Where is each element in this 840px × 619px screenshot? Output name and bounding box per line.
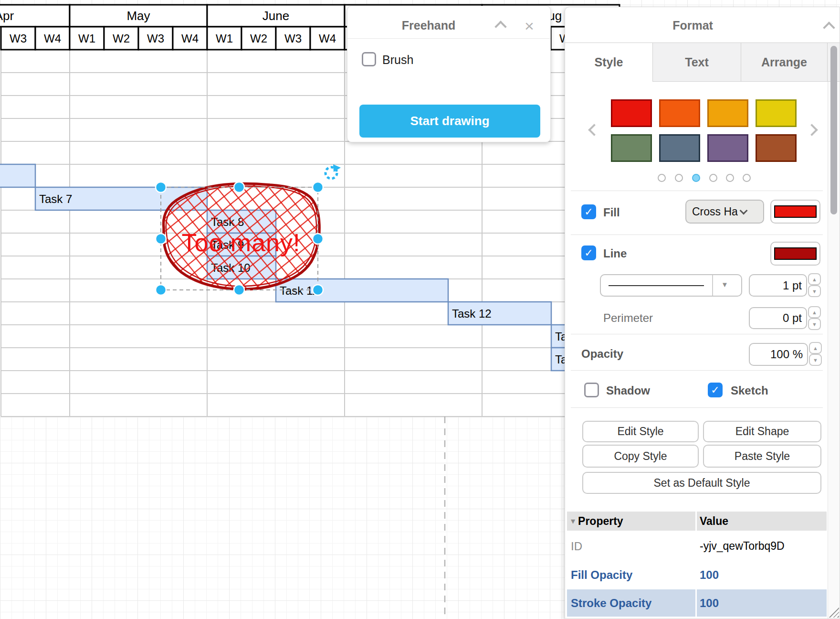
- fill-color-button[interactable]: [770, 200, 820, 224]
- property-value-cell[interactable]: 100: [697, 562, 827, 588]
- dialog-divider: [347, 38, 550, 39]
- brush-checkbox[interactable]: [362, 52, 376, 66]
- style-swatch[interactable]: [756, 99, 797, 127]
- format-tab-bar: Style Text Arrange: [565, 43, 840, 82]
- section-divider: [571, 407, 823, 408]
- spin-down-icon[interactable]: ▼: [809, 354, 822, 366]
- line-style-dropdown[interactable]: ▼: [600, 274, 742, 297]
- palette-page-dot[interactable]: [675, 174, 683, 182]
- week-label: W1: [78, 32, 95, 45]
- line-style-preview: [609, 285, 704, 286]
- resize-handle-e[interactable]: [313, 234, 323, 244]
- resize-handle-n[interactable]: [234, 182, 244, 192]
- week-label: W3: [10, 32, 27, 45]
- brush-label: Brush: [382, 53, 413, 67]
- month-label: May: [126, 9, 150, 23]
- palette-page-dot[interactable]: [658, 174, 666, 182]
- collapse-icon[interactable]: [823, 21, 835, 33]
- shadow-checkbox[interactable]: [584, 383, 599, 397]
- task-label: Task 7: [39, 192, 72, 205]
- close-icon[interactable]: ×: [525, 19, 534, 33]
- style-swatch[interactable]: [756, 134, 797, 162]
- fill-style-dropdown[interactable]: Cross Ha: [685, 200, 764, 224]
- freehand-dialog: Freehand × Brush Start drawing: [347, 6, 551, 142]
- resize-handle-w[interactable]: [156, 234, 166, 244]
- fill-checkbox[interactable]: ✓: [581, 204, 596, 219]
- property-value-cell-selected[interactable]: 100: [697, 589, 827, 617]
- freehand-dialog-title: Freehand: [347, 19, 510, 32]
- check-icon: ✓: [584, 206, 593, 218]
- resize-handle-ne[interactable]: [313, 182, 323, 192]
- check-icon: ✓: [711, 384, 719, 396]
- resize-handle-nw[interactable]: [156, 182, 166, 192]
- style-swatch[interactable]: [611, 134, 652, 162]
- sketch-checkbox[interactable]: ✓: [708, 383, 723, 397]
- palette-page-dot[interactable]: [709, 174, 717, 182]
- fill-label: Fill: [603, 206, 620, 219]
- spin-down-icon[interactable]: ▼: [808, 318, 821, 330]
- dropdown-arrow-icon: ▼: [721, 280, 728, 288]
- sketch-label: Sketch: [731, 384, 768, 397]
- value-header-cell[interactable]: Value: [697, 512, 827, 531]
- set-default-style-button[interactable]: Set as Default Style: [582, 472, 821, 494]
- tab-arrange[interactable]: Arrange: [741, 43, 828, 82]
- tab-style[interactable]: Style: [565, 43, 653, 82]
- paste-style-button[interactable]: Paste Style: [703, 445, 821, 468]
- opacity-stepper[interactable]: ▲ ▼: [809, 342, 822, 366]
- style-swatch[interactable]: [611, 99, 652, 127]
- spin-up-icon[interactable]: ▲: [808, 306, 821, 318]
- task-bar-partial[interactable]: [0, 164, 35, 187]
- tab-text[interactable]: Text: [653, 43, 741, 82]
- resize-handle-se[interactable]: [313, 285, 323, 295]
- week-label: W4: [181, 32, 199, 45]
- perimeter-label: Perimeter: [603, 311, 653, 325]
- annotation-text[interactable]: Too many!: [182, 229, 301, 256]
- week-label: W3: [284, 32, 302, 45]
- week-label: W4: [44, 32, 61, 45]
- property-name-cell-selected[interactable]: Stroke Opacity: [567, 589, 695, 617]
- property-value-cell[interactable]: -yjv_qewTorbq9D: [697, 532, 827, 560]
- perimeter-input[interactable]: 0 pt: [749, 307, 807, 329]
- fill-color-chip: [774, 205, 817, 218]
- edit-style-button[interactable]: Edit Style: [582, 421, 699, 442]
- week-label: W3: [147, 32, 164, 45]
- month-label: Apr: [0, 9, 14, 23]
- format-panel-title: Format: [565, 19, 820, 32]
- style-swatch[interactable]: [707, 134, 748, 162]
- style-swatch[interactable]: [707, 99, 748, 127]
- section-divider: [571, 370, 823, 371]
- chevron-down-icon: [739, 207, 747, 215]
- start-drawing-button[interactable]: Start drawing: [359, 105, 540, 138]
- palette-page-dot[interactable]: [743, 174, 751, 182]
- palette-prev-icon[interactable]: [588, 124, 600, 136]
- panel-scrollbar-thumb[interactable]: [830, 46, 837, 214]
- line-color-button[interactable]: [770, 242, 820, 266]
- opacity-input[interactable]: 100 %: [749, 343, 808, 366]
- copy-style-button[interactable]: Copy Style: [582, 445, 699, 468]
- opacity-label: Opacity: [581, 347, 623, 361]
- spin-up-icon[interactable]: ▲: [809, 342, 822, 354]
- palette-next-icon[interactable]: [806, 124, 818, 136]
- week-label: W1: [216, 32, 233, 45]
- palette-page-dot[interactable]: [726, 174, 734, 182]
- sort-arrow-icon: ▾: [571, 516, 575, 526]
- resize-handle-sw[interactable]: [156, 285, 166, 295]
- style-swatch[interactable]: [659, 134, 700, 162]
- resize-handle-s[interactable]: [234, 285, 244, 295]
- edit-shape-button[interactable]: Edit Shape: [703, 421, 821, 442]
- line-checkbox[interactable]: ✓: [581, 245, 596, 260]
- property-name-cell[interactable]: Fill Opacity: [567, 562, 695, 588]
- task-label: Task 12: [452, 307, 492, 320]
- spin-down-icon[interactable]: ▼: [808, 285, 821, 297]
- week-label: W2: [250, 32, 267, 45]
- style-swatch[interactable]: [659, 99, 700, 127]
- palette-page-dot-active[interactable]: [692, 174, 700, 182]
- property-header-cell[interactable]: ▾ Property: [567, 512, 695, 531]
- line-width-input[interactable]: 1 pt: [749, 274, 807, 297]
- perimeter-stepper[interactable]: ▲ ▼: [808, 306, 821, 330]
- spin-up-icon[interactable]: ▲: [808, 273, 821, 285]
- format-panel: Format Style Text Arrange ✓ Fill Cross H…: [565, 7, 840, 619]
- week-label: W2: [113, 32, 130, 45]
- fill-style-value: Cross Ha: [692, 205, 738, 218]
- line-width-stepper[interactable]: ▲ ▼: [808, 273, 821, 297]
